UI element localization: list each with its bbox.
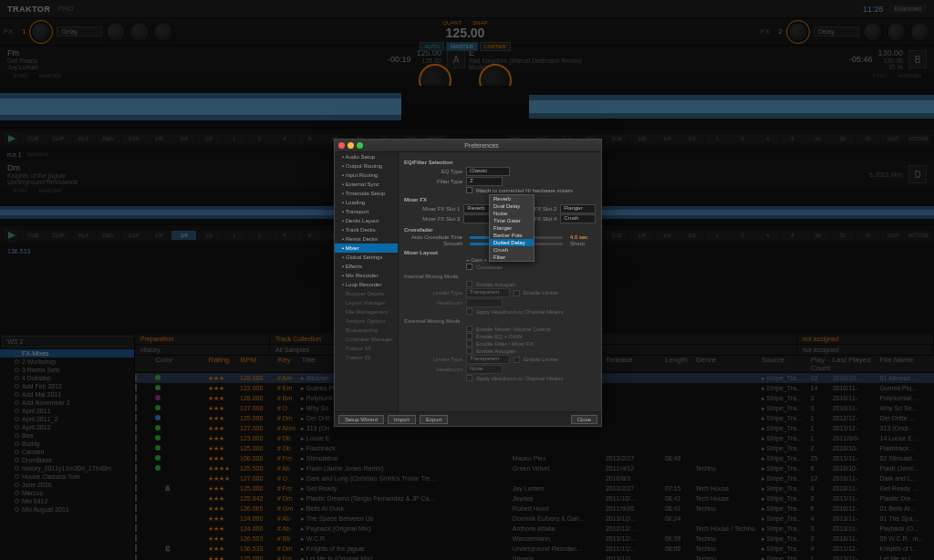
beat-cell[interactable]: 1/8 [629, 134, 654, 143]
tree-item[interactable]: Add Mai 2011 [0, 390, 134, 399]
prefs-sidebar[interactable]: • Audio Setup• Output Routing• Input Rou… [335, 152, 399, 411]
beat-cell[interactable]: 8 [781, 231, 805, 240]
beat-cell[interactable]: 1 [223, 231, 247, 240]
minimize-icon[interactable] [348, 142, 354, 149]
close-icon[interactable] [338, 142, 345, 149]
fx-dropdown-item[interactable]: Barber Pole [490, 232, 534, 239]
fx-param-knob[interactable] [863, 22, 883, 42]
beat-cell[interactable]: 1/4 [171, 231, 196, 240]
master-button-b[interactable]: MASTER [893, 73, 927, 86]
beat-cell[interactable]: 1/16 [605, 231, 629, 240]
table-row[interactable]: C★★★136.533# Dm▸ Knights of the jaguarUn… [135, 544, 934, 554]
fx-dropdown-item[interactable]: Noise [490, 210, 534, 217]
beat-cell[interactable]: 8 [297, 134, 322, 143]
tab-preparation[interactable]: Preparation [135, 334, 270, 344]
beat-cell[interactable]: 1/16 [121, 134, 146, 143]
fx-dropdown-item[interactable]: Filter [490, 254, 534, 261]
tab-notassigned3[interactable]: not assigned [797, 345, 934, 355]
fx-slot-4-select[interactable]: Crush [560, 214, 596, 223]
fx-param-knob[interactable] [153, 22, 173, 42]
browser-tree[interactable]: FX-Mixes2 Workshop3 Remix Sets4 DubstepA… [0, 334, 135, 560]
beat-cell[interactable]: 2 [247, 134, 272, 143]
beat-cell[interactable]: REV [97, 231, 121, 240]
tab-notassigned[interactable]: not assigned [797, 334, 934, 344]
beat-cell[interactable]: 1/4 [655, 134, 680, 143]
tree-item[interactable]: DrumBass [0, 456, 134, 464]
prefs-sidebar-item[interactable]: • Mixer [335, 244, 398, 253]
setup-wizard-button[interactable]: Setup Wizard [338, 415, 384, 424]
table-row[interactable]: ★★★106.006# Fm▸ StimulationMaceo Plex201… [135, 453, 934, 463]
sync-button-c[interactable]: SYNC [7, 188, 34, 201]
table-row[interactable]: ★★★123.000# Db▸ Loose E▸ Stripe_Tra…1201… [135, 433, 934, 443]
prefs-sidebar-item[interactable]: • Input Routing [335, 171, 398, 180]
beat-cell[interactable]: 1/4 [171, 134, 196, 143]
fx-dry-wet-knob-1[interactable] [29, 20, 53, 44]
match-hw-check[interactable] [466, 187, 472, 193]
table-row[interactable]: ★★★125.000# Fm▸ Let Me In (Original Mix)… [135, 554, 934, 560]
prefs-sidebar-item[interactable]: • Effects [335, 262, 398, 271]
table-row[interactable]: A★★★125.000# Fm▸ Get ReadyJay Lumen2013/… [135, 483, 934, 493]
prefs-sidebar-item[interactable]: • Track Decks [335, 225, 398, 234]
limiter-type-select[interactable]: Transparent [466, 288, 510, 297]
beat-cell[interactable]: 1/2 [197, 231, 222, 240]
sync-button-b[interactable]: SYNC [867, 73, 893, 86]
beat-cell[interactable]: OUT [881, 134, 906, 143]
beat-cell[interactable]: CUP [47, 134, 71, 143]
import-button[interactable]: Import [388, 415, 416, 424]
prefs-sidebar-item[interactable]: • Transport [335, 207, 398, 216]
beat-cell[interactable]: 8 [297, 231, 322, 240]
layout-selector[interactable]: Extended [888, 5, 927, 13]
beat-cell[interactable]: ACTIVE [907, 134, 931, 143]
fx-dropdown-item[interactable]: Crush [490, 246, 534, 254]
prefs-sidebar-item[interactable]: Traktor S5 [335, 344, 398, 353]
filter-type-select[interactable]: Z [466, 177, 503, 186]
beat-cell[interactable]: 1/2 [680, 231, 705, 240]
beat-cell[interactable]: 1/8 [147, 231, 171, 240]
headroom-meters-check[interactable] [466, 308, 472, 315]
tab-history[interactable]: History [135, 345, 270, 355]
tree-item[interactable]: 4 Dubstep [0, 374, 134, 382]
beat-cell[interactable]: REV [97, 134, 121, 143]
beat-cell[interactable]: 1 [705, 134, 730, 143]
tree-item[interactable]: Carsten [0, 448, 134, 456]
fx-dropdown-item[interactable]: Dual Delay [490, 202, 534, 210]
prefs-sidebar-item[interactable]: Controller Manager [335, 335, 398, 344]
tree-item[interactable]: Add November 2 [0, 399, 134, 407]
tree-item[interactable]: Mix August 2011 [0, 505, 134, 513]
fx-dropdown-item[interactable]: Dotted Delay [490, 239, 534, 246]
master-button[interactable]: MASTER [446, 42, 478, 51]
beat-cell[interactable]: 1/16 [121, 231, 146, 240]
deck-b-letter[interactable]: B [908, 50, 927, 68]
auto-button[interactable]: AUTO [420, 42, 444, 51]
master-button-a[interactable]: MASTER [34, 73, 67, 86]
prefs-sidebar-item[interactable]: • Global Settings [335, 253, 398, 262]
tree-item[interactable]: 2 Workshop [0, 358, 134, 366]
eq-type-select[interactable]: Classic [466, 167, 510, 176]
fx-param-knob[interactable] [887, 22, 907, 42]
crossfader-check[interactable] [466, 264, 472, 270]
beat-cell[interactable]: FLX [71, 134, 96, 143]
tree-item[interactable]: FX-Mixes [0, 349, 134, 358]
beat-cell[interactable]: CUE [21, 134, 46, 143]
fx-dry-wet-knob-2[interactable] [786, 20, 810, 44]
tree-item[interactable]: Mix 0412 [0, 497, 134, 505]
beat-cell[interactable]: 2 [731, 134, 755, 143]
beat-cell[interactable]: CUE [21, 231, 46, 240]
fx-slot-2-select[interactable]: Flanger [560, 204, 596, 213]
beat-cell[interactable]: FLX [71, 231, 96, 240]
sync-button-a[interactable]: SYNC [7, 73, 34, 86]
filter-knob-b[interactable] [479, 64, 512, 97]
beat-cell[interactable]: IN [856, 231, 880, 240]
table-row[interactable]: ★★★125.842# Dm▸ Plastic Dreams (Sergio F… [135, 493, 934, 503]
beat-cell[interactable]: 1/4 [655, 231, 680, 240]
prefs-sidebar-item[interactable]: • Loading [335, 198, 398, 207]
tree-item[interactable]: April 2012 [0, 423, 134, 431]
fx-dropdown-item[interactable]: Flanger [490, 224, 534, 232]
limiter-button[interactable]: LIMITER [480, 42, 511, 51]
beat-cell[interactable]: ACTIVE [907, 231, 931, 240]
beat-cell[interactable]: 16 [805, 134, 830, 143]
tree-item[interactable]: Buddy [0, 440, 134, 448]
beat-cell[interactable]: 2 [731, 231, 755, 240]
fx-slot-dropdown[interactable]: ReverbDual DelayNoiseTime GaterFlangerBa… [489, 194, 534, 262]
export-button[interactable]: Export [420, 415, 448, 424]
